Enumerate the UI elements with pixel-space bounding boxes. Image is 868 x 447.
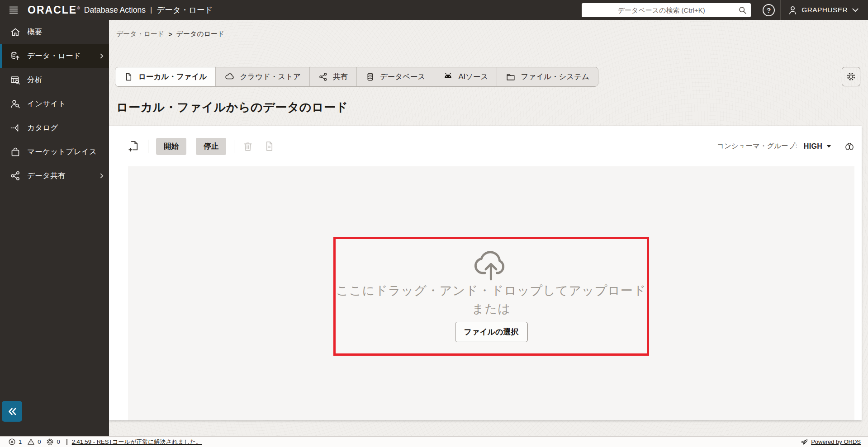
trash-icon: [242, 141, 254, 152]
report-button[interactable]: [264, 141, 275, 152]
toolbar: 開始 停止 コンシューマ・グループ:: [109, 126, 862, 166]
tab-ai-source[interactable]: AIソース: [434, 67, 497, 86]
sidebar-collapse-button[interactable]: [2, 401, 22, 422]
add-file-button[interactable]: [128, 140, 140, 152]
app-title: Database Actions: [84, 5, 146, 15]
start-button[interactable]: 開始: [156, 138, 186, 155]
toolbar-divider: [234, 140, 234, 153]
sidebar-item-data-sharing[interactable]: データ共有: [0, 164, 109, 188]
sidebar-item-marketplace[interactable]: マーケットプレイス: [0, 140, 109, 164]
error-count[interactable]: 1: [8, 438, 22, 446]
person-icon: [788, 5, 797, 15]
settings-button[interactable]: [842, 67, 860, 86]
breadcrumb: データ・ロード > データのロード: [116, 30, 224, 38]
breadcrumb-data-load[interactable]: データ・ロード: [116, 30, 164, 38]
sidebar-item-analysis[interactable]: 分析: [0, 68, 109, 92]
folder-icon: [506, 72, 516, 82]
chevron-right-icon: [100, 53, 104, 59]
sidebar-nav: 概要 データ・ロード 分析: [0, 20, 109, 436]
process-count[interactable]: 0: [46, 438, 60, 446]
breadcrumb-current: データのロード: [176, 30, 225, 38]
toolbar-divider: [148, 140, 148, 153]
data-load-card: 開始 停止 コンシューマ・グループ:: [109, 126, 862, 420]
table-search-icon: [9, 75, 21, 85]
preview-button[interactable]: [844, 141, 855, 152]
database-search-input[interactable]: [582, 3, 751, 17]
cloud-upload-icon: [470, 246, 512, 282]
shopping-bag-icon: [9, 146, 21, 157]
oracle-logo: ORACLE®: [28, 4, 80, 16]
hamburger-menu-icon[interactable]: [6, 2, 21, 18]
database-upload-icon: [9, 51, 21, 61]
title-separator: |: [150, 5, 152, 14]
search-icon[interactable]: [738, 6, 747, 14]
statusbar-divider: [66, 439, 67, 445]
tab-cloud-store[interactable]: クラウド・ストア: [216, 67, 310, 86]
header-divider: [780, 0, 781, 20]
app-header: ORACLE® Database Actions | データ・ロード ? GRA…: [0, 0, 868, 20]
document-icon: [264, 141, 275, 152]
status-message-link[interactable]: 2:41:59 - RESTコールが正常に解決されました。: [72, 438, 202, 446]
dropzone-instruction: ここにドラッグ・アンド・ドロップしてアップロード: [336, 284, 646, 298]
collapse-double-chevron-icon: [7, 407, 17, 416]
file-plus-icon: [128, 140, 140, 152]
gear-icon: [46, 438, 54, 446]
chevron-right-icon: [100, 173, 104, 179]
binoculars-icon: [844, 141, 855, 152]
rocket-icon: [800, 438, 808, 446]
dropzone-or-text: または: [472, 302, 511, 316]
sidebar-item-insights[interactable]: インサイト: [0, 92, 109, 116]
tab-share[interactable]: 共有: [310, 67, 357, 86]
consumer-group-select[interactable]: HIGH: [804, 142, 831, 151]
catalog-arrow-icon: [9, 122, 21, 133]
breadcrumb-separator: >: [168, 31, 172, 38]
database-icon: [365, 72, 375, 82]
select-file-button[interactable]: ファイルの選択: [455, 322, 528, 342]
main-content: データ・ロード > データのロード ローカル・ファイル クラウド・ストア: [109, 20, 868, 436]
status-bar: 1 0 0 2:41:59 - RESTコールが正常に解決されました。 Powe…: [0, 436, 868, 447]
source-tabs: ローカル・ファイル クラウド・ストア 共有: [115, 67, 598, 87]
file-dropzone[interactable]: ここにドラッグ・アンド・ドロップしてアップロード または ファイルの選択: [333, 237, 649, 356]
person-search-icon: [9, 99, 21, 109]
upload-panel: ここにドラッグ・アンド・ドロップしてアップロード または ファイルの選択: [128, 166, 854, 420]
home-icon: [9, 27, 21, 38]
share-nodes-icon: [318, 72, 328, 82]
tab-database[interactable]: データベース: [357, 67, 435, 86]
user-name: GRAPHUSER: [802, 6, 848, 14]
delete-button[interactable]: [242, 141, 254, 152]
page-context-title: データ・ロード: [157, 5, 213, 15]
cloud-icon: [224, 72, 235, 82]
consumer-group-value: HIGH: [804, 142, 822, 151]
user-menu[interactable]: GRAPHUSER: [788, 5, 859, 15]
consumer-group-label: コンシューマ・グループ:: [717, 141, 797, 151]
share-nodes-icon: [9, 170, 21, 181]
gear-icon: [846, 72, 856, 81]
database-search: [582, 3, 751, 17]
header-divider: [757, 0, 757, 20]
tab-file-system[interactable]: ファイル・システム: [497, 67, 598, 86]
warning-count[interactable]: 0: [27, 438, 41, 446]
caret-down-icon: [826, 145, 831, 148]
help-icon[interactable]: ?: [763, 4, 775, 16]
circle-x-icon: [8, 438, 16, 446]
powered-by-ords-link[interactable]: Powered by ORDS: [800, 438, 861, 446]
warning-triangle-icon: [27, 438, 35, 446]
file-icon: [124, 72, 133, 82]
stop-button[interactable]: 停止: [196, 138, 226, 155]
sidebar-item-data-load[interactable]: データ・ロード: [0, 44, 109, 68]
sidebar-item-overview[interactable]: 概要: [0, 20, 109, 44]
sidebar-item-catalog[interactable]: カタログ: [0, 116, 109, 140]
page-title: ローカル・ファイルからのデータのロード: [116, 99, 348, 115]
tab-local-file[interactable]: ローカル・ファイル: [115, 67, 216, 86]
chevron-down-icon: [852, 8, 859, 12]
ai-robot-icon: [443, 72, 453, 82]
